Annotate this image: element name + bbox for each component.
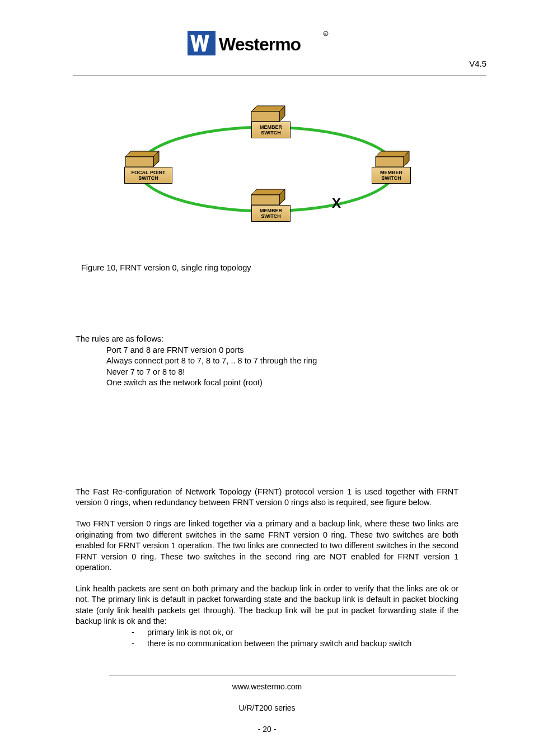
dash-icon: -	[132, 638, 137, 650]
switch-label-line1: MEMBER	[256, 208, 285, 213]
body-content: The rules are as follows: Port 7 and 8 a…	[76, 334, 458, 649]
rules-list: Port 7 and 8 are FRNT version 0 ports Al…	[76, 345, 458, 389]
rule-item: Always connect port 8 to 7, 8 to 7, .. 8…	[106, 356, 458, 367]
svg-rect-7	[251, 111, 279, 122]
dash-icon: -	[132, 627, 137, 638]
rules-intro: The rules are as follows:	[76, 334, 458, 345]
switch-label-line1: FOCAL POINT	[129, 170, 167, 175]
backup-conditions-list: - primary link is not ok, or - there is …	[76, 627, 458, 649]
svg-text:R: R	[324, 32, 327, 36]
rule-item: One switch as the network focal point (r…	[106, 377, 458, 389]
paragraph-ring-linking: Two FRNT version 0 rings are linked toge…	[76, 519, 458, 573]
list-item: - primary link is not ok, or	[132, 627, 458, 638]
westermo-logo: Westermo R	[188, 28, 333, 61]
footer-url: www.westermo.com	[76, 682, 458, 691]
svg-text:Westermo: Westermo	[219, 34, 301, 54]
focal-point-switch-label: FOCAL POINT SWITCH	[124, 167, 172, 184]
svg-rect-16	[251, 195, 279, 205]
ring-break-mark: X	[332, 195, 341, 211]
version-label: V4.5	[469, 59, 486, 68]
paragraph-frnt-v1-intro: The Fast Re-configuration of Network Top…	[76, 487, 458, 508]
switch-label-line1: MEMBER	[256, 124, 285, 130]
header-divider	[73, 76, 486, 76]
member-switch-top-label: MEMBER SWITCH	[251, 122, 291, 138]
switch-label-line1: MEMBER	[377, 170, 406, 175]
svg-rect-10	[125, 157, 153, 167]
switch-label-line2: SWITCH	[129, 175, 167, 181]
member-switch-right-label: MEMBER SWITCH	[372, 167, 411, 184]
svg-rect-13	[376, 157, 404, 167]
page-number: - 20 -	[76, 725, 458, 734]
page-footer: www.westermo.com U/R/T200 series - 20 -	[76, 679, 458, 734]
list-item-text: primary link is not ok, or	[147, 627, 233, 638]
list-item-text: there is no communication between the pr…	[147, 638, 411, 650]
paragraph-link-health: Link health packets are sent on both pri…	[76, 584, 458, 627]
page-header: Westermo R V4.5	[76, 34, 458, 78]
switch-label-line2: SWITCH	[377, 175, 406, 181]
member-switch-bottom-label: MEMBER SWITCH	[251, 205, 291, 222]
rule-item: Port 7 and 8 are FRNT version 0 ports	[106, 345, 458, 356]
footer-divider	[109, 675, 456, 675]
switch-label-line2: SWITCH	[256, 130, 285, 136]
rule-item: Never 7 to 7 or 8 to 8!	[106, 367, 458, 378]
figure-caption: Figure 10, FRNT version 0, single ring t…	[76, 263, 458, 272]
footer-series: U/R/T200 series	[76, 703, 458, 712]
switch-label-line2: SWITCH	[256, 213, 285, 219]
list-item: - there is no communication between the …	[132, 638, 458, 650]
ring-topology-diagram: MEMBER SWITCH FOCAL POINT SWITCH MEMBER …	[119, 98, 415, 232]
